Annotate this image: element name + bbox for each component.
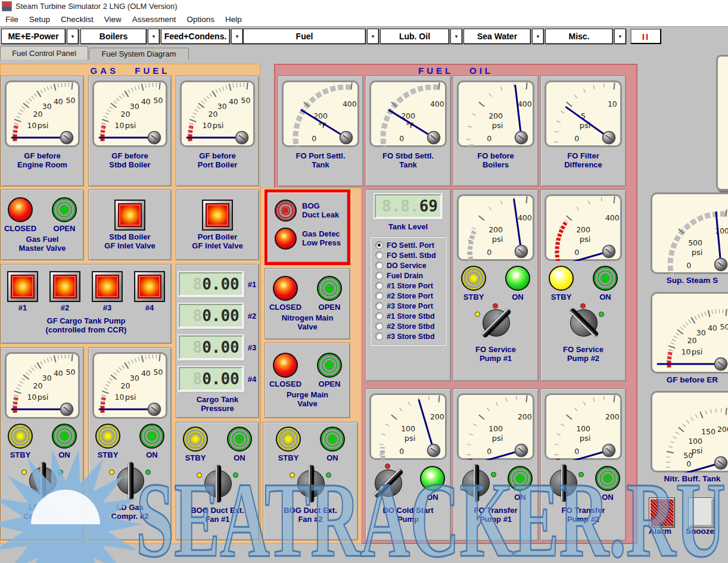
do-cold-start-switch[interactable]	[366, 466, 409, 501]
cargo-pump-tag-4: #4	[145, 303, 154, 312]
fo-transfer-1-gauge: 0100200psi	[457, 393, 534, 460]
alarm-button[interactable]	[649, 498, 674, 527]
cargo-pump-button-3[interactable]	[92, 271, 123, 302]
lcd-value: 0.00	[202, 338, 239, 356]
pause-button[interactable]: II	[630, 29, 661, 44]
menu-item-help[interactable]: Help	[220, 14, 247, 25]
cargo-pump-button-2[interactable]	[49, 271, 80, 302]
tank-level-option-2[interactable]: DO Service	[375, 262, 445, 270]
menu-item-view[interactable]: View	[99, 14, 127, 25]
purge-valve-label: Purge Main Valve	[287, 391, 328, 409]
fo-service-1-knob[interactable]	[477, 303, 515, 342]
toolbar-button-3[interactable]: Fuel	[243, 29, 366, 44]
menu-item-assessment[interactable]: Assessment	[127, 14, 182, 25]
partial-panel	[716, 55, 728, 191]
fo-service-2-knob-handle	[569, 308, 599, 338]
do-cold-start-cell: 0100200psiONDO Cold Start Pump	[365, 388, 451, 541]
chevron-down-icon[interactable]: ▼	[614, 29, 626, 44]
radio-unselected[interactable]	[375, 312, 383, 320]
chevron-down-icon[interactable]: ▼	[67, 29, 79, 44]
chevron-down-icon[interactable]: ▼	[367, 29, 379, 44]
menu-item-checklist[interactable]: Checklist	[55, 14, 99, 25]
svg-text:40: 40	[54, 97, 63, 106]
bog-fan-1-knob[interactable]	[204, 470, 232, 497]
fo-transfer-2-knob[interactable]	[550, 469, 577, 497]
ld-compr-2-switch[interactable]	[108, 464, 151, 499]
do-cold-start-controls: ON	[366, 466, 450, 502]
toolbar-button-2[interactable]: Feed+Condens.	[161, 29, 230, 44]
fo-service-2-stby-lamp-caption: STBY	[551, 293, 572, 301]
svg-text:400: 400	[518, 213, 532, 222]
toolbar-button-1[interactable]: Boilers	[80, 29, 147, 44]
purge-valve-open-indicator: OPEN	[312, 353, 347, 388]
radio-selected[interactable]	[375, 241, 383, 249]
fo-transfer-1-switch[interactable]	[454, 466, 497, 501]
cargo-pump-button-4[interactable]	[134, 271, 165, 302]
toolbar-button-0[interactable]: ME+E-Power	[1, 29, 66, 44]
tank-level-option-1[interactable]: FO Settl. Stbd	[375, 251, 445, 260]
gf-port-boiler-gauge: 1020304050psi	[180, 80, 255, 147]
fo-transfer-2-switch[interactable]	[542, 466, 584, 501]
menu-item-file[interactable]: File	[0, 14, 24, 25]
ld-compr-2-knob[interactable]	[117, 467, 144, 494]
radio-unselected[interactable]	[375, 332, 383, 340]
bog-fan-1-switch[interactable]	[196, 467, 239, 502]
svg-text:psi: psi	[125, 121, 136, 130]
ld-compr-1-switch[interactable]	[21, 464, 64, 499]
radio-unselected[interactable]	[375, 302, 383, 310]
tank-level-option-7[interactable]: #1 Store Stbd	[375, 312, 445, 321]
button-glow	[118, 203, 142, 227]
chevron-down-icon[interactable]: ▼	[532, 29, 544, 44]
svg-text:psi: psi	[492, 235, 503, 244]
tank-level-option-6[interactable]: #3 Store Port	[375, 302, 445, 310]
bog-fan-1-lamps: STBYON	[178, 427, 257, 462]
menu-item-setup[interactable]: Setup	[24, 14, 55, 25]
stbd-inlet-valve-button[interactable]	[114, 200, 145, 231]
chevron-down-icon[interactable]: ▼	[231, 29, 243, 44]
bog-fan-2-knob[interactable]	[297, 470, 325, 497]
port-inlet-valve-button[interactable]	[202, 200, 233, 231]
bog-fan-1-stby-indicator: STBY	[178, 427, 213, 462]
toolbar-button-4[interactable]: Lub. Oil	[380, 29, 449, 44]
fo-service-1-knob-handle	[481, 308, 511, 338]
tank-level-option-3[interactable]: Fuel Drain	[375, 272, 445, 280]
tab-fuel-system-diagram[interactable]: Fuel System Diagram	[89, 48, 189, 60]
radio-unselected[interactable]	[375, 262, 383, 269]
cargo-pressure-display-3: 80.00	[179, 335, 243, 359]
svg-text:100: 100	[688, 437, 702, 446]
radio-unselected[interactable]	[375, 292, 383, 300]
fo-service-1-switch[interactable]	[474, 306, 517, 341]
ld-compr-1-knob[interactable]	[29, 467, 57, 494]
cargo-pressure-display-1: 80.00	[179, 272, 243, 296]
fo-service-2-knob[interactable]	[564, 303, 603, 342]
chevron-down-icon[interactable]: ▼	[450, 29, 462, 44]
svg-text:400: 400	[430, 99, 444, 108]
radio-unselected[interactable]	[375, 272, 383, 279]
radio-unselected[interactable]	[375, 251, 383, 259]
bog-alarm-text-0: BOG Duct Leak	[302, 202, 339, 219]
radio-label: FO Settl. Port	[387, 241, 434, 250]
do-cold-start-knob[interactable]	[369, 464, 407, 502]
tank-level-option-8[interactable]: #2 Store Stbd	[375, 322, 445, 331]
cargo-pressure-cell: 80.00#180.00#280.00#380.00#4Cargo Tank P…	[176, 264, 259, 418]
toolbar-button-6[interactable]: Misc.	[545, 29, 613, 44]
radio-label: DO Service	[387, 262, 427, 270]
tank-level-option-5[interactable]: #2 Store Port	[375, 292, 445, 300]
tank-level-option-9[interactable]: #3 Store Stbd	[375, 332, 445, 341]
chevron-down-icon[interactable]: ▼	[148, 29, 160, 44]
radio-unselected[interactable]	[375, 282, 383, 290]
toolbar-button-5[interactable]: Sea Water	[463, 29, 531, 44]
gf-engine-room-cell: 1020304050psiGF before Engine Room	[1, 76, 84, 186]
menu-item-options[interactable]: Options	[181, 14, 220, 25]
cargo-pump-button-1[interactable]	[7, 271, 38, 302]
tab-fuel-control-panel[interactable]: Fuel Control Panel	[0, 46, 88, 60]
tab-row: Fuel Control PanelFuel System Diagram	[0, 46, 728, 60]
radio-unselected[interactable]	[375, 322, 383, 330]
gf-master-valve-cell: CLOSEDOPENGas Fuel Master Valve	[1, 189, 84, 260]
bog-fan-2-switch[interactable]	[289, 467, 332, 502]
tank-level-option-0[interactable]: FO Settl. Port	[375, 241, 445, 250]
fo-service-2-switch[interactable]	[562, 306, 605, 341]
snooze-button[interactable]	[689, 498, 714, 527]
fo-transfer-1-knob[interactable]	[462, 469, 490, 497]
tank-level-option-4[interactable]: #1 Store Port	[375, 282, 445, 290]
